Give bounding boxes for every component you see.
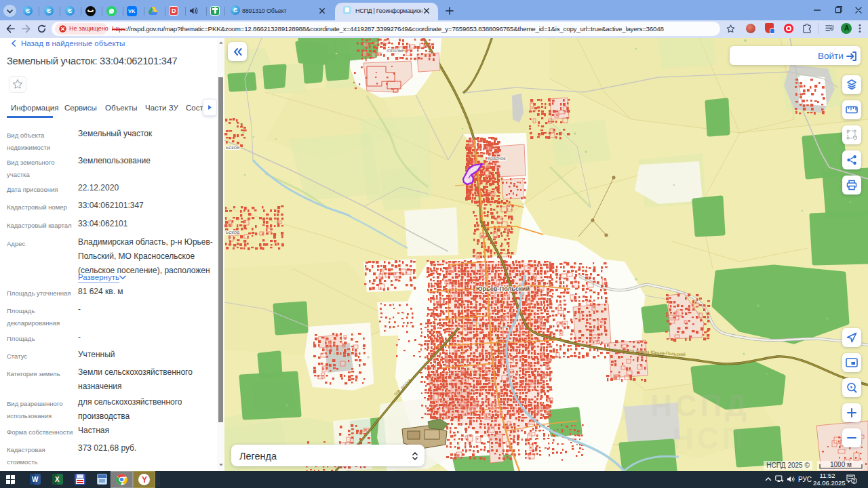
svg-text:Юрьев-Польский: Юрьев-Польский: [476, 285, 530, 292]
svg-text:Ополье: Ополье: [387, 48, 404, 53]
svg-text:ьское: ьское: [226, 229, 240, 235]
svg-text:НСП: НСП: [672, 422, 747, 455]
svg-text:НСПД: НСПД: [650, 389, 750, 422]
svg-text:Красное: Красное: [488, 156, 506, 161]
svg-text:ьское: ьское: [226, 144, 240, 150]
